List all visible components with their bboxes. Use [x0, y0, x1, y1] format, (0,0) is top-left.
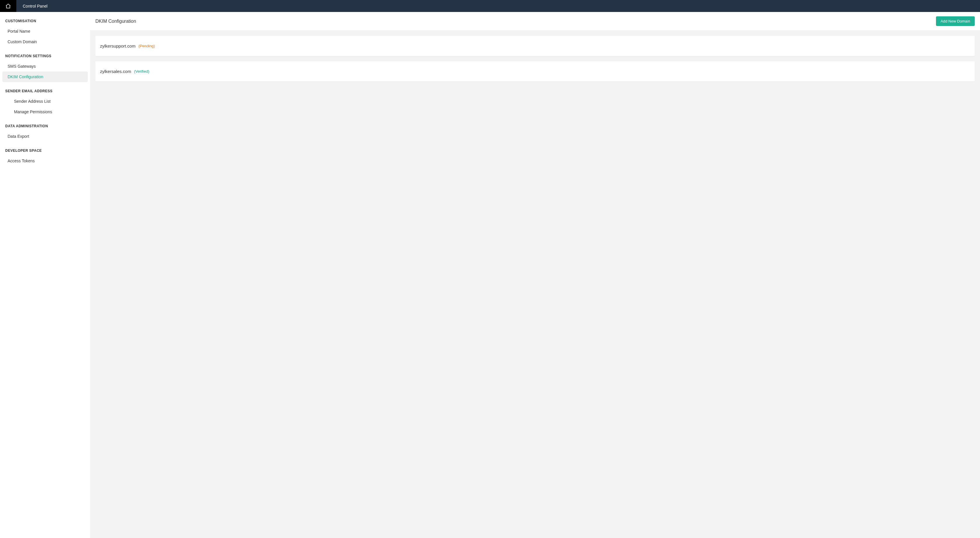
sidebar-section-title: CUSTOMISATION	[2, 18, 88, 26]
sidebar-section: DATA ADMINISTRATIONData Export	[2, 123, 88, 142]
home-button[interactable]	[0, 0, 16, 12]
sidebar-item-sms-gateways[interactable]: SMS Gateways	[2, 61, 88, 72]
domain-card[interactable]: zylkersales.com(Verified)	[95, 61, 975, 81]
domain-status: (Verified)	[134, 69, 150, 73]
page-header: DKIM Configuration Add New Domain	[90, 12, 980, 31]
sidebar-item-access-tokens[interactable]: Access Tokens	[2, 156, 88, 166]
sidebar-item-portal-name[interactable]: Portal Name	[2, 26, 88, 37]
main-panel: DKIM Configuration Add New Domain zylker…	[90, 12, 980, 538]
sidebar-section-title: NOTIFICATION SETTINGS	[2, 53, 88, 61]
domain-name: zylkersupport.com	[100, 43, 135, 48]
top-bar: Control Panel	[0, 0, 980, 12]
sidebar: CUSTOMISATIONPortal NameCustom DomainNOT…	[0, 12, 90, 538]
sidebar-item-manage-permissions[interactable]: Manage Permissions	[2, 107, 88, 117]
sidebar-item-dkim-configuration[interactable]: DKIM Configuration	[2, 72, 88, 82]
domain-status: (Pending)	[138, 44, 155, 48]
sidebar-item-custom-domain[interactable]: Custom Domain	[2, 37, 88, 47]
home-icon	[5, 3, 11, 9]
sidebar-section: SENDER EMAIL ADDRESSSender Address ListM…	[2, 88, 88, 117]
sidebar-section: DEVELOPER SPACEAccess Tokens	[2, 147, 88, 166]
sidebar-section: CUSTOMISATIONPortal NameCustom Domain	[2, 18, 88, 47]
domain-list: zylkersupport.com(Pending)zylkersales.co…	[90, 31, 980, 92]
sidebar-section-title: DATA ADMINISTRATION	[2, 123, 88, 131]
add-new-domain-button[interactable]: Add New Domain	[936, 16, 975, 26]
sidebar-item-sender-address-list[interactable]: Sender Address List	[2, 96, 88, 107]
sidebar-item-data-export[interactable]: Data Export	[2, 131, 88, 142]
content-area: CUSTOMISATIONPortal NameCustom DomainNOT…	[0, 12, 980, 538]
domain-name: zylkersales.com	[100, 69, 131, 74]
sidebar-section: NOTIFICATION SETTINGSSMS GatewaysDKIM Co…	[2, 53, 88, 82]
page-title: DKIM Configuration	[95, 19, 136, 24]
app-title: Control Panel	[23, 4, 48, 8]
domain-card[interactable]: zylkersupport.com(Pending)	[95, 36, 975, 56]
sidebar-section-title: DEVELOPER SPACE	[2, 147, 88, 156]
sidebar-section-title: SENDER EMAIL ADDRESS	[2, 88, 88, 96]
